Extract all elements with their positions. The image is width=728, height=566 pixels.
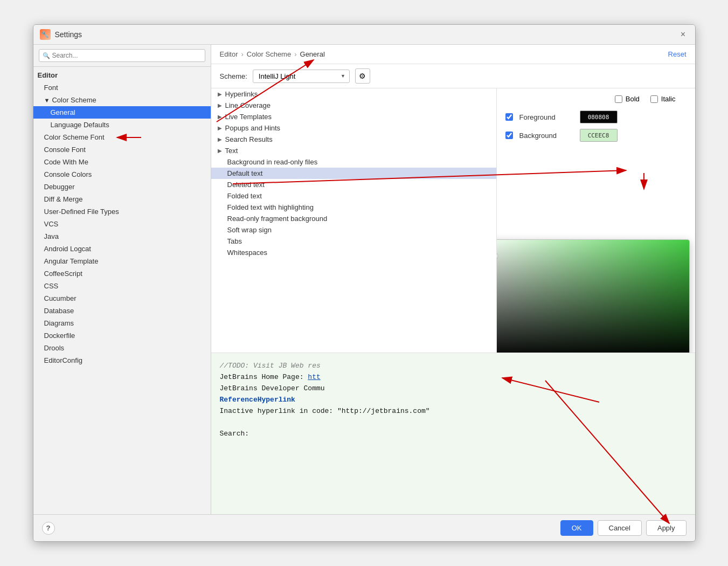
- sidebar-item-cucumber[interactable]: Cucumber: [33, 292, 211, 305]
- color-category-tree: ▶Hyperlinks ▶Line Coverage ▶Live Templat…: [211, 88, 497, 353]
- tree-item-popups[interactable]: ▶Popups and Hints: [211, 122, 496, 134]
- settings-dialog: 🔧 Settings × 🔍 Editor Font ▼Color Scheme: [33, 24, 696, 542]
- search-input[interactable]: [39, 49, 205, 62]
- preview-homepage-line: JetBrains Home Page: htt: [220, 373, 687, 381]
- preview-inactive-text: Inactive hyperlink in code: "http://jetb…: [220, 407, 430, 415]
- dialog-title: Settings: [55, 30, 674, 39]
- sidebar-item-color-scheme-font[interactable]: Color Scheme Font: [33, 131, 211, 143]
- split-area: ▶Hyperlinks ▶Line Coverage ▶Live Templat…: [211, 88, 695, 353]
- italic-checkbox[interactable]: [650, 95, 658, 103]
- sidebar-item-console-font[interactable]: Console Font: [33, 143, 211, 156]
- search-icon: 🔍: [43, 52, 50, 59]
- preview-search-text: Search:: [220, 430, 249, 438]
- sidebar-item-editorconfig[interactable]: EditorConfig: [33, 354, 211, 367]
- tree-item-bg-readonly[interactable]: Background in read-only files: [211, 156, 496, 168]
- preview-devcomm-line: JetBrains Developer Commu: [220, 384, 687, 392]
- sidebar-item-dockerfile[interactable]: Dockerfile: [33, 329, 211, 342]
- title-bar: 🔧 Settings ×: [33, 25, 695, 45]
- close-button[interactable]: ×: [678, 29, 689, 40]
- tree-item-folded-text-highlight[interactable]: Folded text with highlighting: [211, 202, 496, 213]
- color-picker-popup: ✏ R: [497, 239, 690, 353]
- tree-item-readonly-fragment[interactable]: Read-only fragment background: [211, 213, 496, 224]
- italic-option: Italic: [650, 95, 676, 103]
- breadcrumb-sep-2: ›: [294, 50, 296, 58]
- editor-label: Editor: [38, 71, 58, 79]
- sidebar-item-console-colors[interactable]: Console Colors: [33, 168, 211, 181]
- preview-comment: //TODO: Visit JB Web res: [220, 362, 321, 370]
- app-icon: 🔧: [40, 29, 51, 40]
- sidebar-item-css[interactable]: CSS: [33, 280, 211, 292]
- sidebar-item-code-with-me[interactable]: Code With Me: [33, 156, 211, 168]
- bottom-bar: ? OK Cancel Apply: [33, 514, 695, 541]
- tree-item-tabs[interactable]: Tabs: [211, 236, 496, 247]
- sidebar-item-diff-merge[interactable]: Diff & Merge: [33, 193, 211, 205]
- tree-item-text[interactable]: ▶Text: [211, 145, 496, 156]
- expand-icon: ▶: [218, 114, 222, 120]
- sidebar-item-android-logcat[interactable]: Android Logcat: [33, 243, 211, 255]
- color-settings-panel: Bold Italic Foreground 080808: [497, 88, 695, 353]
- tree-item-search-results[interactable]: ▶Search Results: [211, 134, 496, 145]
- expand-icon: ▼: [44, 97, 50, 103]
- italic-label: Italic: [661, 95, 676, 103]
- scheme-select[interactable]: IntelliJ Light Darcula High contrast: [253, 70, 350, 83]
- background-swatch[interactable]: CCEEC8: [580, 129, 618, 142]
- apply-button[interactable]: Apply: [646, 520, 687, 536]
- breadcrumb-color-scheme: Color Scheme: [247, 50, 291, 58]
- tree-item-default-text[interactable]: Default text: [211, 168, 496, 179]
- sidebar-tree: Editor Font ▼Color Scheme General Langua…: [33, 67, 211, 514]
- bold-checkbox[interactable]: [615, 95, 622, 103]
- sidebar-item-drools[interactable]: Drools: [33, 342, 211, 354]
- preview-search-line: Search:: [220, 430, 687, 438]
- gear-button[interactable]: ⚙: [355, 68, 370, 84]
- color-picker-cursor: [497, 252, 497, 260]
- foreground-checkbox[interactable]: [505, 113, 513, 121]
- scheme-select-wrapper: IntelliJ Light Darcula High contrast: [253, 70, 350, 83]
- sidebar: 🔍 Editor Font ▼Color Scheme General Lang…: [33, 45, 211, 514]
- cancel-button[interactable]: Cancel: [598, 520, 642, 536]
- expand-icon: ▶: [218, 91, 222, 97]
- breadcrumb-path: Editor › Color Scheme › General: [220, 50, 325, 58]
- search-box: 🔍: [33, 45, 211, 67]
- tree-item-live-templates[interactable]: ▶Live Templates: [211, 111, 496, 122]
- background-label: Background: [519, 132, 573, 140]
- sidebar-item-editor[interactable]: Editor: [33, 69, 211, 81]
- sidebar-item-angular-template[interactable]: Angular Template: [33, 255, 211, 267]
- bottom-right-buttons: OK Cancel Apply: [560, 520, 687, 536]
- tree-item-deleted-text[interactable]: Deleted text: [211, 179, 496, 190]
- sidebar-item-font[interactable]: Font: [33, 81, 211, 94]
- sidebar-item-general[interactable]: General: [33, 106, 211, 119]
- tree-item-line-coverage[interactable]: ▶Line Coverage: [211, 100, 496, 111]
- expand-icon: ▶: [218, 102, 222, 108]
- foreground-label: Foreground: [519, 113, 573, 121]
- sidebar-item-debugger[interactable]: Debugger: [33, 181, 211, 193]
- preview-homepage-text: JetBrains Home Page:: [220, 373, 308, 381]
- tree-item-hyperlinks[interactable]: ▶Hyperlinks: [211, 88, 496, 100]
- sidebar-item-coffeescript[interactable]: CoffeeScript: [33, 267, 211, 280]
- sidebar-item-user-defined[interactable]: User-Defined File Types: [33, 205, 211, 218]
- sidebar-item-java[interactable]: Java: [33, 230, 211, 243]
- main-layout: 🔍 Editor Font ▼Color Scheme General Lang…: [33, 45, 695, 514]
- sidebar-item-color-scheme[interactable]: ▼Color Scheme: [33, 94, 211, 106]
- help-button[interactable]: ?: [42, 522, 55, 535]
- breadcrumb-editor: Editor: [220, 50, 238, 58]
- foreground-row: Foreground 080808: [505, 111, 687, 123]
- breadcrumb-sep-1: ›: [241, 50, 243, 58]
- background-row: Background CCEEC8: [505, 129, 687, 142]
- expand-icon: ▶: [218, 148, 222, 154]
- foreground-swatch[interactable]: 080808: [580, 111, 618, 123]
- ok-button[interactable]: OK: [560, 520, 593, 536]
- sidebar-item-diagrams[interactable]: Diagrams: [33, 317, 211, 329]
- sidebar-item-database[interactable]: Database: [33, 305, 211, 317]
- background-checkbox[interactable]: [505, 132, 513, 139]
- color-gradient-area[interactable]: [497, 240, 689, 353]
- sidebar-item-vcs[interactable]: VCS: [33, 218, 211, 230]
- expand-icon: ▶: [218, 125, 222, 131]
- tree-item-whitespaces[interactable]: Whitespaces: [211, 247, 496, 258]
- preview-area: //TODO: Visit JB Web res JetBrains Home …: [211, 353, 695, 514]
- tree-item-folded-text[interactable]: Folded text: [211, 190, 496, 202]
- breadcrumb-current: General: [300, 50, 325, 58]
- tree-item-soft-wrap[interactable]: Soft wrap sign: [211, 224, 496, 236]
- sidebar-item-language-defaults[interactable]: Language Defaults: [33, 119, 211, 131]
- reset-link[interactable]: Reset: [668, 50, 687, 58]
- breadcrumb: Editor › Color Scheme › General Reset: [211, 45, 695, 64]
